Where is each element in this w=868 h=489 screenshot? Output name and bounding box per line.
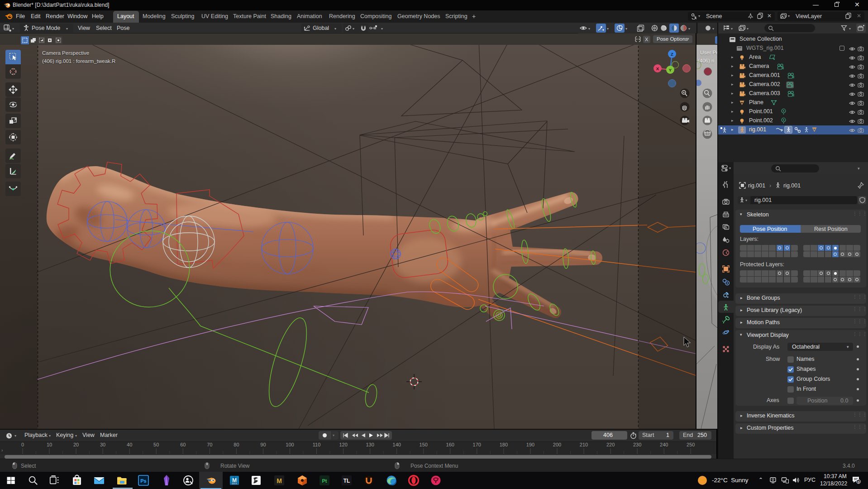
svg-text:240: 240 — [660, 442, 668, 447]
svg-text:Ps: Ps — [140, 478, 146, 484]
svg-text:70: 70 — [207, 442, 212, 447]
svg-text:Y: Y — [669, 67, 672, 72]
svg-text:20: 20 — [73, 442, 79, 447]
svg-text:120: 120 — [339, 442, 347, 447]
svg-text:30: 30 — [100, 442, 105, 447]
svg-text:170: 170 — [473, 442, 481, 447]
svg-text:220: 220 — [606, 442, 615, 447]
svg-text:90: 90 — [260, 442, 266, 447]
svg-text:130: 130 — [366, 442, 374, 447]
svg-text:190: 190 — [526, 442, 534, 447]
svg-text:210: 210 — [580, 442, 588, 447]
svg-text:230: 230 — [633, 442, 641, 447]
svg-text:160: 160 — [446, 442, 454, 447]
svg-text:200: 200 — [553, 442, 561, 447]
svg-text:100: 100 — [286, 442, 294, 447]
svg-text:TL: TL — [343, 478, 350, 484]
svg-text:MAYA: MAYA — [232, 483, 237, 485]
svg-text:Z: Z — [671, 52, 673, 57]
svg-text:80: 80 — [234, 442, 239, 447]
svg-text:110: 110 — [313, 442, 321, 447]
svg-text:60: 60 — [180, 442, 186, 447]
svg-text:0: 0 — [21, 442, 24, 447]
svg-text:150: 150 — [420, 442, 428, 447]
svg-text:Pt: Pt — [322, 478, 327, 484]
svg-text:180: 180 — [500, 442, 508, 447]
svg-text:10: 10 — [47, 442, 52, 447]
svg-text:40: 40 — [127, 442, 132, 447]
svg-text:50: 50 — [153, 442, 159, 447]
svg-text:X: X — [656, 66, 659, 71]
svg-text:140: 140 — [393, 442, 401, 447]
svg-text:9: 9 — [858, 480, 860, 484]
svg-text:250: 250 — [687, 442, 695, 447]
svg-text:M: M — [277, 477, 282, 484]
